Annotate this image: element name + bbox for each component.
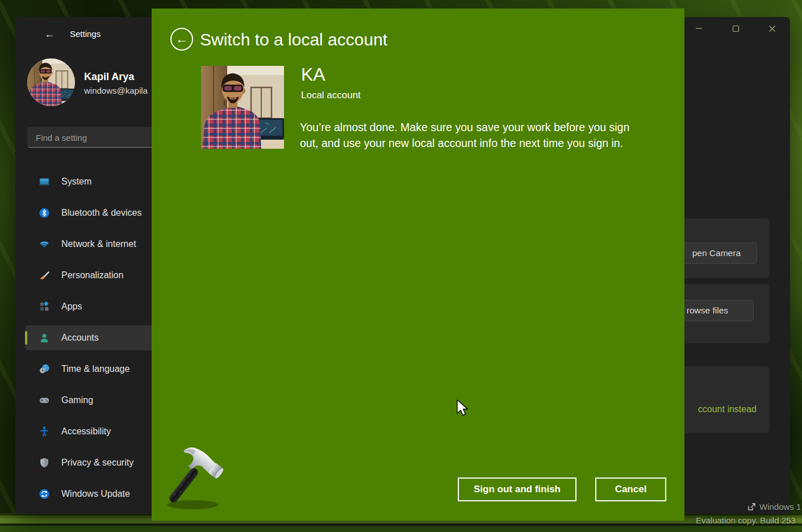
network-icon <box>39 238 50 250</box>
hammer-image <box>160 445 228 513</box>
sidebar-item-label: Personalization <box>61 270 123 280</box>
accessibility-icon <box>39 426 50 437</box>
dialog-back-button[interactable]: ← <box>170 28 193 51</box>
sidebar-item-label: Gaming <box>61 395 93 405</box>
selection-indicator <box>25 331 27 345</box>
minimize-button[interactable] <box>681 17 717 40</box>
account-type-label: Local account <box>301 89 361 102</box>
account-photo-image <box>201 66 284 149</box>
window-title: Settings <box>70 29 101 39</box>
account-initials: KA <box>301 63 325 86</box>
sidebar-item-label: Network & internet <box>61 239 136 249</box>
sidebar-item-label: Privacy & security <box>61 458 133 468</box>
sidebar-item-label: System <box>61 177 91 187</box>
dialog-back-arrow-icon: ← <box>176 32 188 47</box>
mouse-cursor <box>456 399 470 417</box>
maximize-icon <box>732 25 740 32</box>
sidebar-item-label: Bluetooth & devices <box>61 208 141 218</box>
personalization-icon <box>39 270 50 281</box>
sidebar-item-label: Apps <box>61 301 82 312</box>
gaming-icon <box>39 395 50 406</box>
sidebar-item-label: Accounts <box>61 333 99 343</box>
accounts-icon <box>39 332 50 344</box>
account-photo <box>201 66 284 149</box>
watermark-line2: Evaluation copy. Build 253 <box>696 516 796 525</box>
bluetooth-icon <box>39 207 50 219</box>
sign-out-and-finish-button[interactable]: Sign out and finish <box>458 477 577 501</box>
apps-icon <box>39 301 50 312</box>
close-button[interactable] <box>754 17 790 40</box>
watermark-line1: Windows 1 <box>747 502 801 512</box>
minimize-icon <box>696 25 703 32</box>
sidebar-item-label: Accessibility <box>61 426 111 437</box>
cancel-button[interactable]: Cancel <box>595 477 666 501</box>
switch-local-account-dialog: ← Switch to a local account KA Local acc… <box>152 9 684 521</box>
dialog-title: Switch to a local account <box>200 29 387 51</box>
close-icon <box>768 25 776 32</box>
external-link-icon <box>747 502 756 512</box>
update-icon <box>39 488 50 500</box>
window-controls <box>681 17 790 40</box>
back-arrow-icon: ← <box>44 28 55 40</box>
avatar-photo <box>27 58 75 106</box>
avatar[interactable] <box>27 58 75 106</box>
maximize-button[interactable] <box>717 17 754 40</box>
microsoft-account-link[interactable]: ccount instead <box>698 404 757 414</box>
dialog-description: You’re almost done. Make sure you save y… <box>300 120 642 151</box>
sidebar-item-label: Time & language <box>61 364 130 374</box>
system-icon <box>39 176 50 187</box>
privacy-icon <box>39 457 50 468</box>
sidebar-item-label: Windows Update <box>61 489 130 499</box>
watermark-edition: Windows 1 <box>759 502 801 512</box>
profile-section: Kapil Arya windows@kapila <box>27 58 75 106</box>
back-button[interactable]: ← <box>41 27 57 41</box>
time-icon <box>39 363 50 375</box>
